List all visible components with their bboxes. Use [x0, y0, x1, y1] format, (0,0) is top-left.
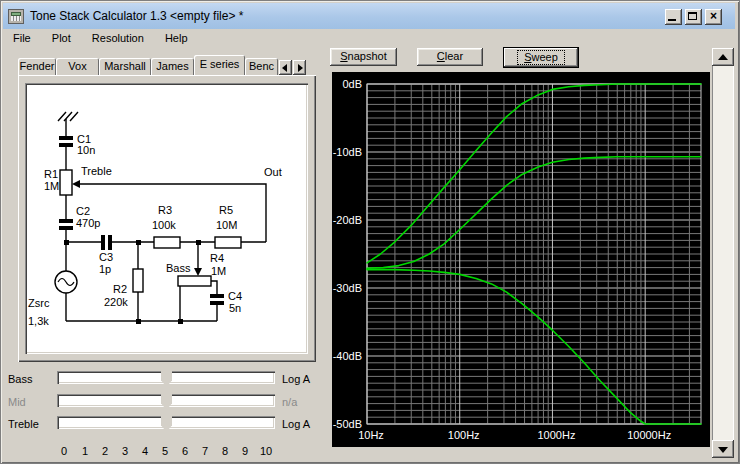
tab-bench[interactable]: Benc	[245, 58, 278, 75]
scale-tick: 0	[54, 445, 74, 457]
scale-tick: 6	[175, 445, 195, 457]
sweep-button[interactable]: Sweep	[504, 48, 578, 67]
mid-slider-thumb[interactable]	[161, 391, 172, 410]
scroll-down-button[interactable]	[712, 440, 734, 458]
tab-scroll-right-button[interactable]	[293, 60, 306, 75]
maximize-icon	[688, 12, 697, 20]
tab-e-series[interactable]: E series	[194, 55, 245, 75]
maximize-button[interactable]	[685, 9, 702, 25]
tab-james[interactable]: James	[151, 58, 194, 75]
y-tick-label: -40dB	[333, 350, 362, 362]
close-button[interactable]: ×	[705, 9, 722, 25]
minimize-button[interactable]	[665, 9, 682, 25]
y-tick-label: 0dB	[342, 78, 362, 90]
treble-slider-thumb[interactable]	[161, 413, 172, 432]
response-curve	[367, 270, 701, 424]
chevron-down-icon	[718, 447, 728, 453]
source-value: 1,3k	[28, 315, 49, 327]
out-label: Out	[264, 166, 282, 178]
scale-tick: 8	[215, 445, 235, 457]
frequency-response-plot: 0dB-10dB-20dB-30dB-40dB-50dB10Hz100Hz100…	[332, 72, 710, 447]
component-label: R5	[219, 204, 233, 216]
x-tick-label: 1000Hz	[537, 429, 575, 441]
treble-slider-label: Treble	[8, 418, 39, 430]
source-label: Zsrc	[28, 297, 49, 309]
component-value: 1M	[211, 265, 226, 277]
chevron-left-icon	[282, 64, 287, 72]
component-value: 1p	[99, 263, 111, 275]
control-label: Bass	[166, 262, 190, 274]
component-value: 470p	[76, 217, 100, 229]
component-label: R3	[158, 204, 172, 216]
tab-marshall[interactable]: Marshall	[99, 58, 151, 75]
response-curve	[367, 157, 701, 268]
scale-tick: 1	[75, 445, 95, 457]
y-tick-label: -30dB	[333, 282, 362, 294]
treble-taper-label: Log A	[282, 418, 310, 430]
scale-tick: 4	[135, 445, 155, 457]
tone-stack-tabs: Fender Vox Marshall James E series Benc	[18, 55, 278, 75]
component-label: R2	[113, 283, 127, 295]
scale-tick: 3	[115, 445, 135, 457]
plot-svg: 0dB-10dB-20dB-30dB-40dB-50dB10Hz100Hz100…	[332, 72, 710, 447]
component-value: 10n	[77, 144, 95, 156]
bass-slider-thumb[interactable]	[161, 368, 172, 387]
scale-tick: 7	[195, 445, 215, 457]
tab-vox[interactable]: Vox	[56, 58, 99, 75]
scale-tick: 10	[256, 445, 276, 457]
bass-taper-label: Log A	[282, 373, 310, 385]
bass-slider-label: Bass	[8, 373, 32, 385]
component-value: 5n	[229, 302, 241, 314]
menubar: File Plot Resolution Help	[4, 31, 197, 46]
scroll-up-button[interactable]	[712, 48, 734, 66]
titlebar[interactable]: Tone Stack Calculator 1.3 <empty file> *…	[3, 3, 735, 29]
scale-tick: 2	[95, 445, 115, 457]
component-value: 100k	[152, 219, 176, 231]
component-value: 220k	[104, 296, 128, 308]
minimize-icon	[668, 19, 676, 21]
window-controls: ×	[665, 9, 722, 25]
chevron-right-icon	[298, 64, 303, 72]
menu-resolution[interactable]: Resolution	[83, 31, 153, 45]
component-label: C4	[228, 290, 242, 302]
menu-file[interactable]: File	[4, 31, 40, 45]
component-label: C2	[76, 205, 90, 217]
app-window: Tone Stack Calculator 1.3 <empty file> *…	[0, 0, 740, 464]
tab-fender[interactable]: Fender	[18, 58, 56, 75]
close-icon: ×	[705, 9, 722, 25]
y-tick-label: -10dB	[333, 146, 362, 158]
mid-slider-label: Mid	[8, 396, 26, 408]
menu-help[interactable]: Help	[156, 31, 197, 45]
tab-scroll-left-button[interactable]	[279, 60, 292, 75]
snapshot-button[interactable]: Snapshot	[330, 48, 397, 66]
x-tick-label: 100Hz	[448, 429, 480, 441]
scale-tick: 5	[155, 445, 175, 457]
component-value: 10M	[216, 219, 237, 231]
x-tick-label: 10000Hz	[627, 429, 671, 441]
component-label: R4	[210, 252, 224, 264]
component-label: C3	[99, 251, 113, 263]
focus-rect: Sweep	[518, 51, 564, 64]
menu-plot[interactable]: Plot	[43, 31, 80, 45]
scale-tick: 9	[235, 445, 255, 457]
chevron-up-icon	[718, 54, 728, 60]
calculator-icon	[8, 9, 24, 24]
vertical-scrollbar[interactable]	[712, 48, 734, 458]
x-tick-label: 10Hz	[358, 429, 384, 441]
control-label: Treble	[81, 165, 112, 177]
window-title: Tone Stack Calculator 1.3 <empty file> *	[30, 9, 243, 23]
component-label: R1	[44, 168, 58, 180]
clear-button[interactable]: Clear	[417, 48, 483, 66]
component-value: 1M	[44, 180, 59, 192]
y-tick-label: -20dB	[333, 214, 362, 226]
mid-taper-label: n/a	[282, 396, 297, 408]
